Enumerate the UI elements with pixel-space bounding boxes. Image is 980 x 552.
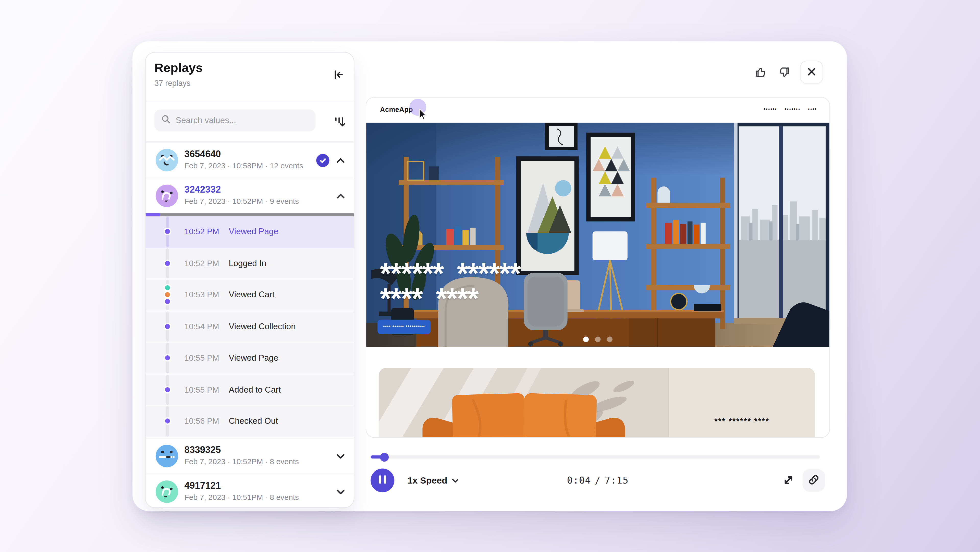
hero-subtitle-masked: **** **** bbox=[380, 284, 478, 313]
product-card: *** ****** **** bbox=[379, 368, 815, 438]
event-dot-icon bbox=[163, 386, 171, 393]
event-label: Added to Cart bbox=[229, 385, 281, 394]
time-separator: / bbox=[595, 475, 601, 486]
page-title: Replays bbox=[154, 61, 203, 75]
thumbs-down-icon bbox=[777, 72, 791, 81]
event-time: 10:52 PM bbox=[184, 227, 219, 236]
sidebar-header: Replays 37 replays bbox=[146, 53, 354, 101]
chevron-up-icon[interactable] bbox=[336, 190, 345, 201]
event-row[interactable]: 10:54 PM Viewed Collection bbox=[146, 311, 354, 343]
avatar bbox=[156, 445, 178, 467]
product-title-masked: *** ****** **** bbox=[669, 416, 815, 426]
chevron-down-icon[interactable] bbox=[336, 486, 345, 497]
session-meta: Feb 7, 2023 · 10:52PM · 8 events bbox=[184, 457, 299, 466]
event-time: 10:55 PM bbox=[184, 353, 219, 363]
event-label: Logged In bbox=[229, 258, 266, 268]
session-row[interactable]: 8339325 Feb 7, 2023 · 10:52PM · 8 events bbox=[146, 437, 354, 473]
sort-button[interactable] bbox=[333, 115, 345, 128]
carousel-dots bbox=[366, 337, 829, 342]
event-row[interactable]: 10:55 PM Added to Cart bbox=[146, 375, 354, 406]
collapse-panel-icon bbox=[332, 73, 345, 83]
session-meta: Feb 7, 2023 · 10:51PM · 8 events bbox=[184, 493, 299, 501]
nav-item-masked: ****** bbox=[764, 107, 777, 113]
time-current: 0:04 bbox=[567, 475, 591, 486]
event-label: Viewed Collection bbox=[229, 322, 296, 331]
carousel-dot bbox=[607, 337, 612, 342]
event-label: Viewed Page bbox=[229, 353, 278, 363]
event-dot-icon bbox=[163, 298, 171, 305]
nav-item-masked: **** bbox=[808, 107, 817, 113]
fullscreen-button[interactable] bbox=[783, 474, 794, 486]
event-dot-icon bbox=[163, 228, 171, 235]
nav-item-masked: ******* bbox=[784, 107, 800, 113]
event-label: Viewed Cart bbox=[229, 290, 275, 300]
search-input[interactable]: Search values... bbox=[154, 110, 316, 132]
chevron-down-icon[interactable] bbox=[336, 450, 345, 461]
event-dot-icon bbox=[163, 354, 171, 362]
event-label: Viewed Page bbox=[229, 227, 278, 236]
avatar bbox=[156, 184, 178, 207]
session-row[interactable]: 3654640 Feb 7, 2023 · 10:58PM · 12 event… bbox=[146, 142, 354, 178]
playback-knob[interactable] bbox=[380, 453, 389, 461]
event-time: 10:54 PM bbox=[184, 322, 219, 331]
hero-cta-button-masked: **** ****** ********** bbox=[377, 319, 431, 334]
watched-check-badge bbox=[316, 153, 329, 166]
site-nav: ****** ******* **** bbox=[764, 97, 817, 123]
session-timeline-progress bbox=[146, 213, 160, 216]
product-card-text-panel: *** ****** **** bbox=[669, 368, 815, 438]
thumbs-up-button[interactable] bbox=[754, 65, 768, 80]
screen: Replays 37 replays bbox=[0, 0, 980, 552]
thumbs-up-icon bbox=[754, 72, 768, 81]
expand-icon bbox=[783, 479, 794, 488]
chevron-up-icon[interactable] bbox=[336, 155, 345, 166]
event-dot-icon bbox=[163, 322, 171, 330]
event-time: 10:52 PM bbox=[184, 258, 219, 268]
site-logo: AcmeApp bbox=[380, 106, 413, 113]
search-row: Search values... bbox=[146, 101, 354, 142]
collapse-sidebar-button[interactable] bbox=[332, 69, 345, 81]
avatar bbox=[156, 149, 178, 171]
event-time: 10:53 PM bbox=[184, 290, 219, 300]
hero-banner: ****** ****** **** **** **** ****** ****… bbox=[366, 123, 829, 347]
session-meta: Feb 7, 2023 · 10:58PM · 12 events bbox=[184, 161, 303, 170]
event-time: 10:56 PM bbox=[184, 416, 219, 426]
event-time: 10:55 PM bbox=[184, 385, 219, 394]
product-photo bbox=[379, 368, 669, 438]
event-dot-teal-icon bbox=[163, 284, 171, 292]
thumbs-down-button[interactable] bbox=[777, 65, 791, 80]
carousel-dot bbox=[595, 337, 600, 342]
event-row[interactable]: 10:53 PM Viewed Cart bbox=[146, 280, 354, 311]
session-list: 3654640 Feb 7, 2023 · 10:58PM · 12 event… bbox=[146, 142, 354, 508]
playback-scrubber[interactable] bbox=[371, 455, 820, 458]
close-icon bbox=[807, 67, 816, 78]
header-actions bbox=[754, 61, 823, 84]
cursor-icon bbox=[419, 109, 429, 123]
link-icon bbox=[808, 474, 819, 487]
event-row[interactable]: 10:56 PM Checked Out bbox=[146, 406, 354, 437]
event-label: Checked Out bbox=[229, 416, 278, 426]
session-id: 8339325 bbox=[184, 444, 221, 455]
event-row[interactable]: 10:55 PM Viewed Page bbox=[146, 343, 354, 375]
event-row[interactable]: 10:52 PM Viewed Page bbox=[146, 216, 354, 248]
playback-time: 0:04 / 7:15 bbox=[366, 469, 830, 492]
session-timeline-scrubber[interactable] bbox=[146, 213, 354, 216]
session-id: 3654640 bbox=[184, 148, 221, 159]
session-id: 4917121 bbox=[184, 479, 221, 490]
avatar bbox=[156, 480, 178, 503]
close-button[interactable] bbox=[800, 61, 823, 84]
session-row[interactable]: 4917121 Feb 7, 2023 · 10:51PM · 8 events bbox=[146, 473, 354, 508]
session-row-selected[interactable]: 3242332 Feb 7, 2023 · 10:52PM · 9 events bbox=[146, 178, 354, 214]
copy-link-button[interactable] bbox=[802, 469, 825, 492]
replay-count: 37 replays bbox=[154, 79, 190, 88]
event-dot-icon bbox=[163, 417, 171, 425]
replay-modal: Replays 37 replays bbox=[132, 41, 847, 511]
search-icon bbox=[161, 115, 171, 126]
event-dot-icon bbox=[163, 260, 171, 267]
replay-viewport: AcmeApp ****** ******* **** bbox=[366, 97, 830, 438]
time-total: 7:15 bbox=[605, 475, 628, 486]
replayed-site-header: AcmeApp ****** ******* **** bbox=[366, 97, 829, 123]
session-meta: Feb 7, 2023 · 10:52PM · 9 events bbox=[184, 197, 299, 206]
replays-sidebar: Replays 37 replays bbox=[145, 52, 354, 508]
event-row[interactable]: 10:52 PM Logged In bbox=[146, 248, 354, 280]
session-id: 3242332 bbox=[184, 184, 221, 195]
